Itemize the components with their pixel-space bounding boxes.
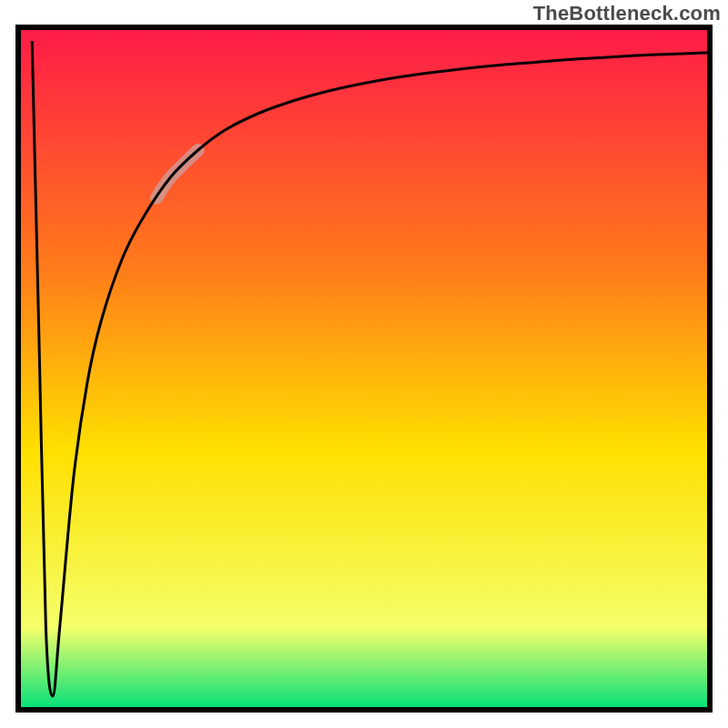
watermark-text: TheBottleneck.com: [533, 2, 721, 25]
bottleneck-chart: [0, 0, 728, 728]
chart-frame: TheBottleneck.com: [0, 0, 728, 728]
plot-background: [18, 27, 710, 710]
